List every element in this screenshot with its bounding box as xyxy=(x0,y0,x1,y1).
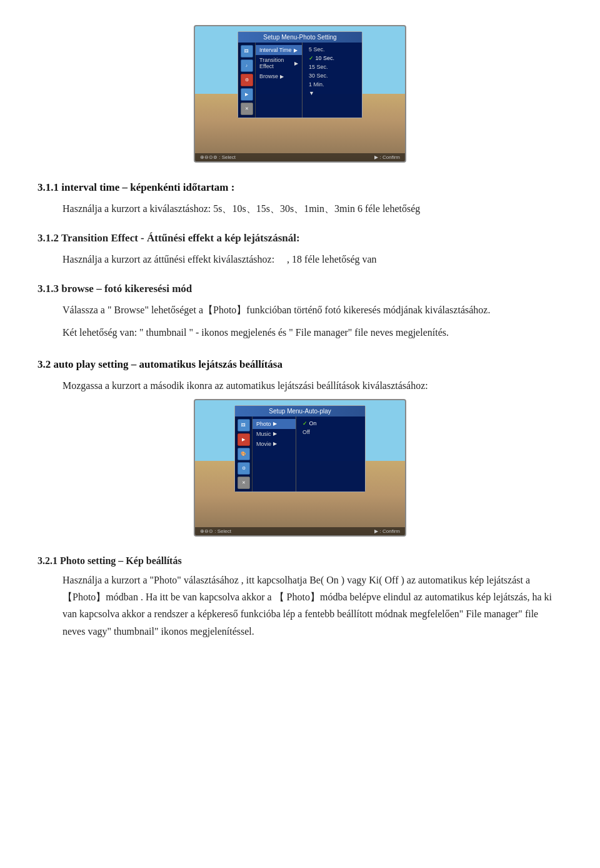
menu1-bar: ⊕⊖⊙⊚ : Select ▶ : Confirm xyxy=(195,153,405,161)
icon2-active: ▶ xyxy=(238,433,250,446)
option-on: On xyxy=(300,419,361,428)
icon-video: ▶ xyxy=(241,88,253,101)
section312-title-text: 3.1.2 Transition Effect - Áttűnési effek… xyxy=(38,232,300,244)
icon2-photo: 🖼 xyxy=(238,419,250,431)
menu2-title: Setup Menu-Auto-play xyxy=(235,406,365,416)
option-10sec: 10 Sec. xyxy=(306,54,358,63)
menu2-overlay: Setup Menu-Auto-play 🖼 ▶ 🎨 ⚙ ✕ Photo ▶ M… xyxy=(234,405,366,492)
section321-title: 3.2.1 Photo setting – Kép beállítás xyxy=(38,555,562,567)
option-5sec: 5 Sec. xyxy=(306,45,358,54)
menu2-item-movie: Movie ▶ xyxy=(252,439,296,449)
menu2-item-photo: Photo ▶ xyxy=(252,419,296,429)
icon2-settings: ⚙ xyxy=(238,462,250,475)
menu1-title: Setup Menu-Photo Setting xyxy=(238,32,362,43)
section313-para1: Válassza a " Browse" lehetőséget a【Photo… xyxy=(62,301,562,318)
page-content: Setup Menu-Photo Setting 🖼 ♪ ⚙ ▶ ✕ Inter… xyxy=(38,25,562,640)
menu1-items-left: Interval Time ▶ Transition Effect ▶ Brow… xyxy=(256,43,302,118)
menu1-options: 5 Sec. 10 Sec. 15 Sec. 30 Sec. 1 Min. ▼ xyxy=(302,43,362,118)
menu2-items-left: Photo ▶ Music ▶ Movie ▶ xyxy=(252,416,296,492)
menu1-item-browse: Browse ▶ xyxy=(256,71,302,81)
section313-title: 3.1.3 browse – fotó kikeresési mód xyxy=(38,283,562,295)
menu2-bar-right: ▶ : Confirm xyxy=(374,528,400,534)
menu1-item-transition: Transition Effect ▶ xyxy=(256,55,302,71)
screenshot1: Setup Menu-Photo Setting 🖼 ♪ ⚙ ▶ ✕ Inter… xyxy=(194,25,406,163)
section311-para1: Használja a kurzort a kiválasztáshoz: 5s… xyxy=(62,200,562,217)
menu2-item-music: Music ▶ xyxy=(252,429,296,439)
icon2-color: 🎨 xyxy=(238,448,250,460)
option-more: ▼ xyxy=(306,89,358,98)
icon-x: ✕ xyxy=(241,103,253,115)
screenshot2: Setup Menu-Auto-play 🖼 ▶ 🎨 ⚙ ✕ Photo ▶ M… xyxy=(194,399,406,537)
section312-title: 3.1.2 Transition Effect - Áttűnési effek… xyxy=(38,232,562,245)
section313-para2: Két lehetőség van: " thumbnail " - ikono… xyxy=(62,324,562,341)
screenshot2-container: Setup Menu-Auto-play 🖼 ▶ 🎨 ⚙ ✕ Photo ▶ M… xyxy=(38,399,562,537)
menu1-bar-left: ⊕⊖⊙⊚ : Select xyxy=(200,154,236,160)
menu2-bar: ⊕⊖⊙ : Select ▶ : Confirm xyxy=(195,527,405,535)
section312-para1: Használja a kurzort az áttűnési effekt k… xyxy=(62,251,562,268)
section321-para1: Használja a kurzort a "Photo" választásá… xyxy=(62,572,562,640)
menu1-bar-right: ▶ : Confirm xyxy=(374,154,400,160)
section32-para1: Mozgassa a kurzort a második ikonra az a… xyxy=(62,377,562,394)
section32-title: 3.2 auto play setting – automatikus lejá… xyxy=(38,358,562,371)
section311-title: 3.1.1 interval time – képenkénti időtart… xyxy=(38,181,562,194)
menu2-bar-left: ⊕⊖⊙ : Select xyxy=(200,528,231,534)
option-15sec: 15 Sec. xyxy=(306,63,358,71)
screenshot1-container: Setup Menu-Photo Setting 🖼 ♪ ⚙ ▶ ✕ Inter… xyxy=(38,25,562,163)
menu1-overlay: Setup Menu-Photo Setting 🖼 ♪ ⚙ ▶ ✕ Inter… xyxy=(238,31,362,118)
icon-settings: ⚙ xyxy=(241,74,253,86)
icon-photo: 🖼 xyxy=(241,45,253,58)
option-1min: 1 Min. xyxy=(306,80,358,89)
option-30sec: 30 Sec. xyxy=(306,71,358,80)
menu1-item-interval: Interval Time ▶ xyxy=(256,45,302,55)
option-off: Off xyxy=(300,428,361,437)
icon-music: ♪ xyxy=(241,59,253,72)
icon2-x: ✕ xyxy=(238,477,250,489)
menu2-options: On Off xyxy=(296,416,365,492)
